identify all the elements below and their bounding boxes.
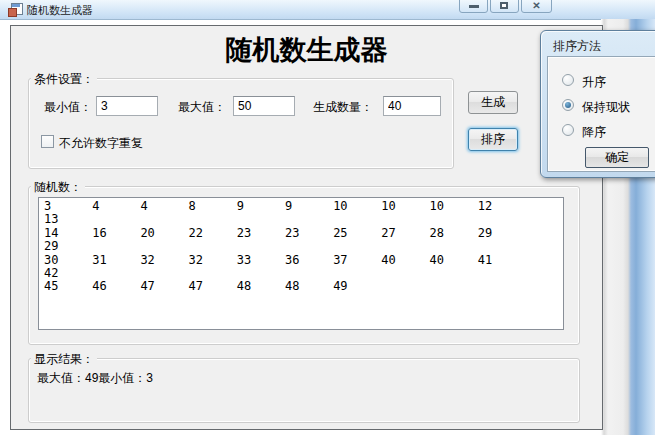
number-cell: 42	[44, 267, 92, 280]
number-cell: 3	[44, 200, 92, 213]
number-cell: 49	[333, 280, 381, 293]
sort-method-dialog: 排序方法 升序 保持现状 降序 确定	[540, 30, 655, 178]
number-cell: 48	[285, 280, 333, 293]
radio-option-ascending[interactable]: 升序	[548, 73, 655, 89]
number-cell: 32	[140, 254, 188, 267]
radio-icon	[562, 99, 574, 111]
number-cell: 25	[333, 227, 381, 240]
sort-button[interactable]: 排序	[468, 128, 518, 151]
number-cell: 37	[333, 254, 381, 267]
generate-button[interactable]: 生成	[468, 91, 518, 114]
number-cell: 28	[430, 227, 478, 240]
number-cell: 4	[92, 200, 140, 213]
number-row: 45464747484849	[44, 280, 563, 293]
number-cell: 10	[381, 200, 429, 213]
number-cell: 40	[381, 254, 429, 267]
number-cell: 45	[44, 280, 92, 293]
number-cell: 46	[92, 280, 140, 293]
result-text: 最大值：49最小值：3	[37, 370, 153, 387]
close-icon: ✕	[522, 0, 551, 11]
number-row: 3031323233363740404142	[44, 254, 563, 281]
count-input[interactable]	[383, 96, 441, 116]
number-cell: 8	[189, 200, 237, 213]
number-cell: 20	[140, 227, 188, 240]
number-cell: 16	[92, 227, 140, 240]
number-cell: 10	[430, 200, 478, 213]
condition-groupbox-label: 条件设置：	[31, 71, 97, 88]
radio-icon	[562, 74, 574, 86]
max-value-input[interactable]	[233, 96, 295, 116]
no-duplicates-checkbox[interactable]	[41, 135, 54, 148]
min-value-input[interactable]	[96, 96, 158, 116]
result-groupbox: 显示结果： 最大值：49最小值：3	[28, 358, 580, 423]
main-form-panel: 随机数生成器 条件设置： 最小值： 最大值： 生成数量： 不允许数字重复 生成 …	[10, 25, 603, 430]
condition-groupbox: 条件设置： 最小值： 最大值： 生成数量： 不允许数字重复	[28, 78, 454, 169]
number-cell: 23	[237, 227, 285, 240]
number-cell: 12	[478, 200, 526, 213]
radio-icon	[562, 124, 574, 136]
radio-label-descending: 降序	[582, 124, 606, 141]
number-cell: 30	[44, 254, 92, 267]
number-cell: 22	[189, 227, 237, 240]
number-cell: 4	[140, 200, 188, 213]
random-numbers-groupbox: 随机数： 34489910101012131416202223232527282…	[28, 186, 580, 345]
count-label: 生成数量：	[313, 99, 373, 116]
dialog-client-area: 升序 保持现状 降序 确定	[547, 56, 655, 172]
number-cell: 29	[44, 240, 92, 253]
window-titlebar[interactable]: 随机数生成器 ✕	[0, 0, 655, 20]
window-title: 随机数生成器	[27, 3, 93, 18]
max-value-label: 最大值：	[178, 99, 226, 116]
close-button[interactable]: ✕	[521, 0, 552, 13]
number-cell: 13	[44, 213, 92, 226]
number-cell: 48	[237, 280, 285, 293]
maximize-icon	[500, 2, 508, 9]
number-cell: 23	[285, 227, 333, 240]
number-cell: 31	[92, 254, 140, 267]
result-groupbox-label: 显示结果：	[31, 351, 97, 368]
maximize-button[interactable]	[490, 0, 519, 13]
radio-option-keep-current[interactable]: 保持现状	[548, 98, 655, 114]
number-cell: 27	[381, 227, 429, 240]
number-cell: 41	[478, 254, 526, 267]
random-numbers-groupbox-label: 随机数：	[31, 179, 85, 196]
number-cell: 10	[333, 200, 381, 213]
number-row: 1416202223232527282929	[44, 227, 563, 254]
number-cell: 36	[285, 254, 333, 267]
random-number-grid[interactable]: 3448991010101213141620222323252728292930…	[38, 197, 564, 330]
number-cell: 9	[285, 200, 333, 213]
minimize-icon	[469, 5, 479, 8]
number-cell: 40	[430, 254, 478, 267]
radio-option-descending[interactable]: 降序	[548, 123, 655, 139]
no-duplicates-label: 不允许数字重复	[59, 135, 143, 152]
radio-label-keep-current: 保持现状	[582, 99, 630, 116]
number-cell: 9	[237, 200, 285, 213]
minimize-button[interactable]	[459, 0, 488, 13]
radio-label-ascending: 升序	[582, 74, 606, 91]
number-cell: 33	[237, 254, 285, 267]
number-cell: 29	[478, 227, 526, 240]
number-cell: 47	[140, 280, 188, 293]
number-cell: 32	[189, 254, 237, 267]
app-icon	[8, 3, 21, 16]
page-title: 随机数生成器	[11, 32, 602, 68]
min-value-label: 最小值：	[44, 99, 92, 116]
number-cell: 14	[44, 227, 92, 240]
dialog-title[interactable]: 排序方法	[553, 38, 601, 55]
screen: { "window": { "title": "随机数生成器", "close_…	[0, 0, 655, 435]
number-row: 3448991010101213	[44, 200, 563, 227]
number-cell: 47	[189, 280, 237, 293]
ok-button[interactable]: 确定	[585, 147, 649, 168]
